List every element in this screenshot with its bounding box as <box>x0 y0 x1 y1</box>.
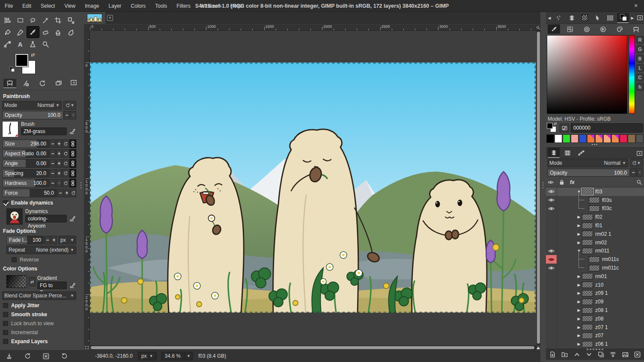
menu-item[interactable]: Edit <box>18 0 36 12</box>
channel-button[interactable]: C <box>636 74 644 81</box>
decrease-button[interactable]: − <box>50 169 56 178</box>
tool-paintbrush-button[interactable] <box>27 27 39 38</box>
layer-mode-reset-button[interactable]: ▼ <box>630 159 643 167</box>
channel-button[interactable]: B <box>636 55 644 62</box>
dock-menu-icon[interactable] <box>71 80 77 86</box>
foreground-color-swatch[interactable] <box>15 54 28 67</box>
duplicate-layer-icon[interactable] <box>598 351 604 358</box>
expand-collapse-icon[interactable]: ▶ <box>576 317 582 321</box>
flip-gradient-icon[interactable]: ⇄ <box>29 277 36 286</box>
quick-mask-toggle[interactable] <box>84 345 90 350</box>
option-checkbox[interactable]: Incremental <box>3 328 76 336</box>
scroll-tabs-right-icon[interactable]: ▶ <box>630 13 635 23</box>
layer-visibility-toggle[interactable] <box>546 255 557 264</box>
option-checkbox[interactable]: Apply Jitter <box>3 301 76 309</box>
tool-rectangle-select-button[interactable] <box>15 15 27 26</box>
tab-watercolor-selector[interactable] <box>581 24 593 34</box>
reset-icon[interactable] <box>63 169 69 178</box>
mode-dropdown[interactable]: Mode Normal ▼ <box>2 101 62 110</box>
tool-measure-button[interactable] <box>27 39 39 50</box>
tab-fonts[interactable]: abc <box>553 13 565 23</box>
reset-icon[interactable] <box>70 189 76 197</box>
image-tab-close-button[interactable]: × <box>105 12 115 24</box>
unit-dropdown[interactable]: px ▼ <box>138 352 157 360</box>
layer-mode-dropdown[interactable]: Mode Normal ▼ <box>547 159 628 167</box>
zoom-entry[interactable]: 34.6 % <box>161 352 185 360</box>
layer-row[interactable]: ▼ f03 <box>546 187 644 196</box>
menu-item[interactable]: Colors <box>126 0 151 12</box>
slider-track[interactable]: Size 298.00 <box>2 139 49 148</box>
layer-row[interactable]: ▶ z09 <box>546 297 644 306</box>
vertical-scrollbar-thumb[interactable] <box>537 32 540 344</box>
layer-visibility-toggle[interactable] <box>546 196 557 205</box>
expand-collapse-icon[interactable]: ▶ <box>576 342 582 346</box>
layer-row[interactable]: ▶ z07 1 <box>546 323 644 332</box>
reset-icon[interactable] <box>63 179 69 187</box>
brush-thumbnail[interactable] <box>2 121 18 137</box>
menu-item[interactable]: Select <box>36 0 60 12</box>
tool-paths-button[interactable] <box>2 39 14 50</box>
layer-visibility-toggle[interactable] <box>546 238 557 247</box>
mode-reset-button[interactable]: ▼ <box>63 101 76 110</box>
horizontal-ruler[interactable]: 0500100015002000250030003500 <box>90 24 540 31</box>
menu-item[interactable]: Help <box>226 0 246 12</box>
opacity-decrease-button[interactable]: − <box>64 111 70 119</box>
expand-collapse-icon[interactable]: ▶ <box>576 232 582 236</box>
tool-unified-transform-button[interactable] <box>65 15 77 26</box>
increase-button[interactable]: + <box>56 139 62 148</box>
lock-icon[interactable] <box>559 179 565 185</box>
layer-row[interactable]: rm011c <box>546 264 644 272</box>
tool-text-button[interactable]: A <box>15 39 27 50</box>
layer-row[interactable]: ▶ f01 <box>546 221 644 230</box>
slider-track[interactable]: Hardness 100.0 <box>2 179 49 187</box>
increase-button[interactable]: + <box>56 159 62 168</box>
layer-visibility-toggle[interactable] <box>546 297 557 306</box>
tool-alignment-button[interactable] <box>2 15 14 26</box>
tab-color-wheel-selector[interactable] <box>597 24 610 34</box>
layer-visibility-toggle[interactable] <box>546 272 557 281</box>
vertical-ruler[interactable]: 0500100015002000 <box>84 24 90 345</box>
expand-collapse-icon[interactable]: ▶ <box>576 240 582 245</box>
layer-visibility-toggle[interactable] <box>546 306 557 315</box>
expand-collapse-icon[interactable]: ▶ <box>576 333 582 338</box>
search-icon[interactable] <box>636 179 642 185</box>
layer-visibility-toggle[interactable] <box>546 264 557 272</box>
zoom-follow-window-toggle[interactable] <box>536 24 540 31</box>
delete-tool-preset-icon[interactable] <box>43 353 49 359</box>
blend-color-space-dropdown[interactable]: Blend Color Space Perce... ▼ <box>2 291 76 300</box>
new-group-icon[interactable] <box>561 351 568 358</box>
link-icon[interactable] <box>69 139 76 148</box>
menu-item[interactable]: View <box>60 0 80 12</box>
fade-increase-button[interactable]: + <box>51 236 57 244</box>
layer-visibility-toggle[interactable] <box>546 289 557 298</box>
expand-collapse-icon[interactable]: ▶ <box>576 325 582 329</box>
tool-free-select-button[interactable] <box>27 15 39 26</box>
navigation-preview-button[interactable] <box>536 345 540 350</box>
layer-visibility-toggle[interactable] <box>546 332 557 340</box>
option-checkbox[interactable]: Smooth stroke <box>3 310 76 318</box>
image-tab[interactable] <box>84 12 105 24</box>
color-history-swatch[interactable] <box>611 134 619 143</box>
expand-collapse-icon[interactable]: ▶ <box>576 215 582 219</box>
link-icon[interactable] <box>69 169 76 178</box>
tool-bucket-fill-button[interactable] <box>2 27 14 38</box>
saturation-value-square[interactable] <box>547 35 627 114</box>
edit-dynamics-icon[interactable] <box>69 215 76 223</box>
lower-layer-icon[interactable] <box>586 351 592 358</box>
left-panel-resize-handle[interactable] <box>78 12 84 350</box>
tool-fuzzy-select-button[interactable] <box>40 15 52 26</box>
layer-row[interactable]: ▼ rm011 <box>546 247 644 255</box>
link-icon[interactable] <box>69 179 76 187</box>
layer-opacity-decrease-button[interactable]: − <box>630 168 636 177</box>
tab-selection-editor[interactable] <box>604 13 616 23</box>
horizontal-scrollbar[interactable] <box>90 345 537 350</box>
layer-row[interactable]: ▶ z06 1 <box>546 340 644 348</box>
tab-cmyk-selector[interactable]: CY <box>564 24 577 34</box>
hex-color-input[interactable]: 000000 <box>571 123 643 133</box>
mini-fg-bg-swatch[interactable]: ⇄ <box>547 123 558 133</box>
layer-row[interactable]: ▶ z07 <box>546 332 644 340</box>
layer-visibility-toggle[interactable] <box>546 230 557 238</box>
edit-gradient-icon[interactable] <box>69 282 76 289</box>
increase-button[interactable]: + <box>56 149 62 158</box>
expand-collapse-icon[interactable]: ▶ <box>576 291 582 295</box>
